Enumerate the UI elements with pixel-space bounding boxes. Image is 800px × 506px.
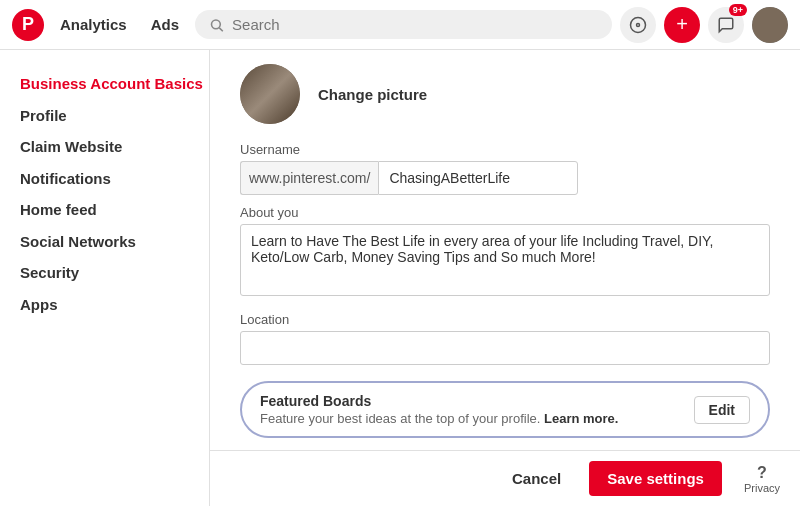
sidebar-item-apps[interactable]: Apps <box>20 289 209 321</box>
sidebar-item-claim-website[interactable]: Claim Website <box>20 131 209 163</box>
cancel-button[interactable]: Cancel <box>498 462 575 495</box>
profile-avatar <box>240 64 300 124</box>
svg-point-3 <box>637 23 640 26</box>
sidebar-item-social-networks[interactable]: Social Networks <box>20 226 209 258</box>
avatar-image <box>240 64 300 124</box>
search-icon <box>209 17 224 33</box>
svg-point-0 <box>212 19 221 28</box>
ads-nav-link[interactable]: Ads <box>143 12 187 37</box>
messages-badge: 9+ <box>729 4 747 16</box>
sidebar: Business Account Basics Profile Claim We… <box>0 50 210 506</box>
avatar <box>752 7 788 43</box>
featured-boards-title: Featured Boards <box>260 393 618 409</box>
create-button[interactable]: + <box>664 7 700 43</box>
main-content: Change picture Username www.pinterest.co… <box>210 50 800 506</box>
messages-button[interactable]: 9+ <box>708 7 744 43</box>
sidebar-item-business-account[interactable]: Business Account Basics <box>20 68 209 100</box>
featured-boards-learn-more-link[interactable]: Learn more. <box>544 411 618 426</box>
plus-icon: + <box>676 13 688 36</box>
featured-boards-edit-button[interactable]: Edit <box>694 396 750 424</box>
svg-point-2 <box>631 17 646 32</box>
sidebar-item-notifications[interactable]: Notifications <box>20 163 209 195</box>
svg-line-1 <box>219 27 222 30</box>
compass-button[interactable] <box>620 7 656 43</box>
profile-pic-row: Change picture <box>240 64 770 124</box>
location-input[interactable] <box>240 331 770 365</box>
featured-boards-left: Featured Boards Feature your best ideas … <box>260 393 618 426</box>
compass-icon <box>629 16 647 34</box>
location-label: Location <box>240 312 770 327</box>
about-textarea[interactable]: Learn to Have The Best Life in every are… <box>240 224 770 296</box>
nav-icons: + 9+ <box>620 7 788 43</box>
search-input[interactable] <box>232 16 598 33</box>
bottom-bar: Cancel Save settings ? Privacy <box>210 450 800 506</box>
username-label: Username <box>240 142 770 157</box>
username-prefix: www.pinterest.com/ <box>240 161 378 195</box>
privacy-section: ? Privacy <box>744 464 780 494</box>
username-row: www.pinterest.com/ <box>240 161 770 195</box>
username-input[interactable] <box>378 161 578 195</box>
sidebar-item-home-feed[interactable]: Home feed <box>20 194 209 226</box>
about-label: About you <box>240 205 770 220</box>
top-navigation: P Analytics Ads + 9+ <box>0 0 800 50</box>
messages-icon <box>717 16 735 34</box>
analytics-nav-link[interactable]: Analytics <box>52 12 135 37</box>
main-layout: Business Account Basics Profile Claim We… <box>0 50 800 506</box>
sidebar-item-profile[interactable]: Profile <box>20 100 209 132</box>
featured-boards-desc-text: Feature your best ideas at the top of yo… <box>260 411 540 426</box>
featured-boards-desc: Feature your best ideas at the top of yo… <box>260 411 618 426</box>
save-settings-button[interactable]: Save settings <box>589 461 722 496</box>
pinterest-logo[interactable]: P <box>12 9 44 41</box>
change-picture-button[interactable]: Change picture <box>318 86 427 103</box>
privacy-label: Privacy <box>744 482 780 494</box>
featured-boards-section: Featured Boards Feature your best ideas … <box>240 381 770 438</box>
user-avatar-button[interactable] <box>752 7 788 43</box>
privacy-question-mark: ? <box>757 464 767 482</box>
search-bar <box>195 10 612 39</box>
sidebar-item-security[interactable]: Security <box>20 257 209 289</box>
